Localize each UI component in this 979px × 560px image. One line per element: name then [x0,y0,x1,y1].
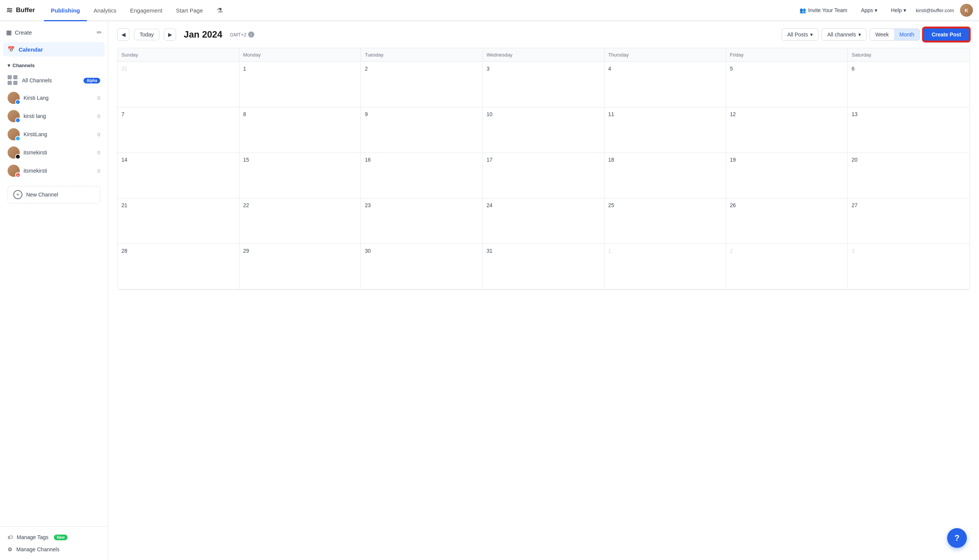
gear-icon: ⚙ [8,546,13,552]
month-view-button[interactable]: Month [894,29,919,40]
channels-section-header[interactable]: ▾ Channels [0,58,108,70]
day-number: 18 [608,157,722,163]
create-post-button[interactable]: Create Post [923,27,970,42]
nav-publishing[interactable]: Publishing [44,1,87,21]
cal-cell-w3-d4[interactable]: 25 [604,198,726,244]
today-button[interactable]: Today [134,29,159,40]
next-month-button[interactable]: ▶ [164,28,176,41]
sidebar-item-calendar[interactable]: 📅 Calendar [3,42,105,57]
channel-avatar: ● [8,165,20,177]
cal-cell-w1-d6[interactable]: 13 [848,107,969,153]
day-number: 13 [852,111,966,117]
cal-cell-w1-d5[interactable]: 12 [726,107,848,153]
week-view-button[interactable]: Week [870,29,894,40]
cal-cell-w3-d1[interactable]: 22 [239,198,361,244]
channel-badge-ig-icon: ● [15,172,20,178]
cal-cell-w1-d1[interactable]: 8 [239,107,361,153]
cal-cell-w0-d6[interactable]: 6 [848,62,969,107]
day-number: 2 [730,248,844,254]
nav-analytics[interactable]: Analytics [87,1,123,21]
info-icon[interactable]: i [248,32,254,38]
nav-startpage[interactable]: Start Page [169,1,210,21]
plus-icon: + [13,190,22,199]
day-header-tuesday: Tuesday [361,48,483,62]
chevron-down-icon: ▾ [875,7,877,13]
day-number: 1 [243,66,357,72]
main-content: ◀ Today ▶ Jan 2024 GMT+2 i All Posts ▾ A… [108,21,979,560]
channels-filter-dropdown[interactable]: All channels ▾ [822,28,867,41]
cal-cell-w4-d4[interactable]: 1 [604,244,726,290]
day-number: 16 [365,157,479,163]
day-number: 1 [608,248,722,254]
cal-cell-w3-d6[interactable]: 27 [848,198,969,244]
channel-avatar: ♪ [8,147,20,158]
avatar[interactable]: K [960,4,973,17]
chevron-down-icon: ▾ [858,32,861,38]
cal-cell-w0-d1[interactable]: 1 [239,62,361,107]
cal-cell-w4-d1[interactable]: 29 [239,244,361,290]
cal-cell-w3-d5[interactable]: 26 [726,198,848,244]
cal-cell-w4-d0[interactable]: 28 [118,244,239,290]
cal-cell-w2-d0[interactable]: 14 [118,153,239,198]
cal-cell-w1-d4[interactable]: 11 [604,107,726,153]
cal-cell-w3-d3[interactable]: 24 [483,198,604,244]
day-number: 21 [122,202,235,208]
day-number: 4 [608,66,722,72]
day-header-monday: Monday [239,48,361,62]
cal-cell-w1-d3[interactable]: 10 [483,107,604,153]
cal-cell-w0-d0[interactable]: 31 [118,62,239,107]
channel-badge-tk-icon: ♪ [15,154,20,159]
channel-item-ch4[interactable]: ♪ itsmekirsti 0 [3,143,105,162]
edit-icon[interactable]: ✏ [97,29,102,36]
cal-cell-w0-d3[interactable]: 3 [483,62,604,107]
invite-team-button[interactable]: 👥 Invite Your Team [796,5,851,15]
create-button[interactable]: ▦ Create [6,27,32,38]
apps-button[interactable]: Apps ▾ [857,5,881,15]
cal-cell-w4-d6[interactable]: 3 [848,244,969,290]
cal-cell-w4-d5[interactable]: 2 [726,244,848,290]
channel-item-ch5[interactable]: ● itsmekirsti 0 [3,162,105,180]
channel-avatar: 𝕏 [8,128,20,140]
channel-item-ch2[interactable]: f kirsti lang 0 [3,107,105,125]
help-button[interactable]: Help ▾ [887,5,910,15]
cal-cell-w3-d2[interactable]: 23 [361,198,483,244]
sidebar-bottom: 🏷 Manage Tags New ⚙ Manage Channels [0,526,108,560]
calendar-toolbar: ◀ Today ▶ Jan 2024 GMT+2 i All Posts ▾ A… [108,21,979,48]
chevron-down-icon: ▾ [8,63,10,68]
channel-item-ch1[interactable]: f Kirsti Lang 0 [3,89,105,107]
cal-cell-w2-d2[interactable]: 16 [361,153,483,198]
cal-cell-w1-d0[interactable]: 7 [118,107,239,153]
cal-cell-w2-d4[interactable]: 18 [604,153,726,198]
cal-cell-w0-d5[interactable]: 5 [726,62,848,107]
cal-cell-w0-d2[interactable]: 2 [361,62,483,107]
channel-item-ch3[interactable]: 𝕏 KirstiLang 0 [3,125,105,143]
cal-cell-w2-d1[interactable]: 15 [239,153,361,198]
all-channels-item[interactable]: All Channels Alpha [3,72,105,89]
nav-engagement[interactable]: Engagement [123,1,169,21]
cal-cell-w2-d5[interactable]: 19 [726,153,848,198]
day-header-friday: Friday [726,48,848,62]
cal-cell-w4-d3[interactable]: 31 [483,244,604,290]
cal-cell-w4-d2[interactable]: 30 [361,244,483,290]
day-number: 2 [365,66,479,72]
cal-cell-w3-d0[interactable]: 21 [118,198,239,244]
manage-channels-button[interactable]: ⚙ Manage Channels [8,543,100,555]
day-number: 17 [487,157,600,163]
new-channel-button[interactable]: + New Channel [8,186,100,203]
cal-cell-w0-d4[interactable]: 4 [604,62,726,107]
main-layout: ▦ Create ✏ 📅 Calendar ▾ Channels All Cha… [0,21,979,560]
logo[interactable]: ≋ Buffer [6,5,35,15]
help-fab-button[interactable]: ? [947,528,967,548]
day-number: 7 [122,111,235,117]
day-number: 23 [365,202,479,208]
channel-badge-fb-icon: f [15,118,20,123]
prev-month-button[interactable]: ◀ [117,28,129,41]
posts-filter-dropdown[interactable]: All Posts ▾ [782,28,819,41]
nav-flask[interactable]: ⚗ [210,1,230,21]
cal-cell-w1-d2[interactable]: 9 [361,107,483,153]
channel-badge-tw-icon: 𝕏 [15,136,20,141]
cal-cell-w2-d3[interactable]: 17 [483,153,604,198]
manage-tags-button[interactable]: 🏷 Manage Tags New [8,531,100,543]
cal-cell-w2-d6[interactable]: 20 [848,153,969,198]
chevron-down-icon: ▾ [810,32,813,38]
